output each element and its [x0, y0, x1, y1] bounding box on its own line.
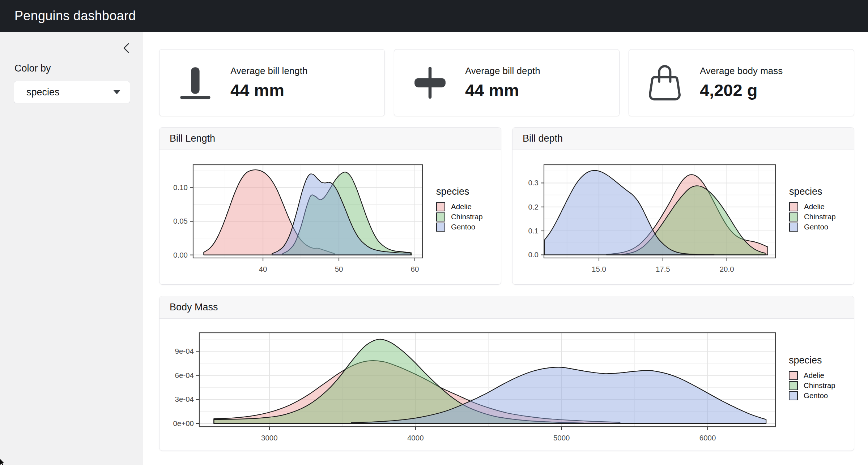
legend-item: Gentoo	[789, 222, 836, 232]
swatch-chinstrap	[789, 212, 798, 221]
mouse-cursor	[0, 458, 5, 465]
legend-item: Chinstrap	[789, 212, 836, 222]
bill-depth-plot: 15.017.520.00.00.10.20.3 species Adelie …	[512, 150, 854, 285]
value-box-value: 44 mm	[465, 80, 540, 100]
swatch-chinstrap	[789, 381, 798, 390]
legend: species Adelie Chinstrap Gentoo	[789, 186, 836, 232]
value-box-body-mass: Average body mass 4,202 g	[629, 49, 854, 116]
value-box-value: 44 mm	[230, 80, 307, 100]
svg-text:0.3: 0.3	[528, 178, 539, 187]
navbar: Penguins dashboard	[0, 0, 868, 32]
legend-item: Gentoo	[436, 222, 483, 232]
legend-title: species	[789, 186, 836, 197]
card-body-mass: Body Mass 30004000500060000e+003e-046e-0…	[159, 296, 854, 451]
svg-text:0.0: 0.0	[528, 250, 539, 259]
value-box-title: Average bill depth	[465, 65, 540, 77]
svg-text:3e-04: 3e-04	[175, 395, 194, 403]
svg-text:6000: 6000	[699, 434, 716, 442]
app-root: Penguins dashboard Color by species Aver…	[0, 0, 868, 465]
legend: species Adelie Chinstrap Gentoo	[789, 355, 835, 401]
legend-item: Adelie	[789, 370, 835, 380]
svg-text:4000: 4000	[407, 434, 424, 442]
card-title: Body Mass	[159, 296, 854, 319]
svg-text:9e-04: 9e-04	[175, 347, 194, 355]
svg-text:0.10: 0.10	[173, 183, 188, 191]
swatch-gentoo	[789, 223, 798, 232]
svg-text:17.5: 17.5	[656, 265, 670, 273]
color-by-select[interactable]: species	[14, 81, 130, 103]
color-by-select-value: species	[26, 87, 60, 98]
caliper-icon	[412, 65, 448, 100]
svg-text:15.0: 15.0	[592, 265, 606, 273]
caret-down-icon	[113, 90, 120, 94]
body-mass-plot: 30004000500060000e+003e-046e-049e-04 spe…	[159, 319, 854, 451]
swatch-adelie	[436, 202, 445, 211]
svg-text:40: 40	[259, 265, 267, 273]
svg-text:0e+00: 0e+00	[173, 419, 194, 427]
sidebar-collapse-button[interactable]	[119, 41, 133, 56]
swatch-adelie	[789, 202, 798, 211]
legend-item: Adelie	[436, 202, 483, 212]
handbag-icon	[647, 65, 682, 100]
legend-title: species	[789, 355, 835, 366]
swatch-adelie	[789, 371, 798, 380]
svg-text:0.05: 0.05	[173, 217, 188, 225]
svg-text:3000: 3000	[261, 434, 278, 442]
legend-item: Chinstrap	[436, 212, 483, 222]
svg-text:50: 50	[335, 265, 343, 273]
value-box-value: 4,202 g	[700, 80, 783, 100]
svg-text:0.1: 0.1	[528, 227, 539, 235]
value-box-bill-length: Average bill length 44 mm	[159, 49, 385, 116]
svg-text:60: 60	[411, 265, 419, 273]
card-title: Bill depth	[512, 128, 854, 150]
svg-text:5000: 5000	[553, 434, 570, 442]
swatch-gentoo	[789, 391, 798, 400]
body-mass-density-chart: 30004000500060000e+003e-046e-049e-04	[159, 319, 855, 451]
legend-item: Chinstrap	[789, 380, 835, 391]
value-box-row: Average bill length 44 mm Average bill d…	[159, 49, 854, 116]
chevron-left-icon	[122, 42, 131, 55]
value-box-title: Average body mass	[700, 65, 783, 77]
legend: species Adelie Chinstrap Gentoo	[436, 186, 483, 232]
color-by-label: Color by	[14, 63, 51, 74]
value-box-bill-depth: Average bill depth 44 mm	[394, 49, 620, 116]
legend-title: species	[436, 186, 483, 197]
legend-item: Adelie	[789, 202, 836, 212]
card-bill-depth: Bill depth 15.017.520.00.00.10.20.3 spec…	[512, 127, 854, 285]
svg-text:0.2: 0.2	[528, 203, 539, 211]
app-title: Penguins dashboard	[14, 8, 136, 23]
ruler-vertical-icon	[178, 65, 213, 100]
value-box-title: Average bill length	[230, 65, 307, 77]
legend-item: Gentoo	[789, 391, 835, 401]
bill-length-plot: 4050600.000.050.10 species Adelie Chinst…	[159, 150, 501, 285]
card-title: Bill Length	[159, 128, 501, 150]
swatch-chinstrap	[436, 212, 445, 221]
svg-text:20.0: 20.0	[720, 265, 734, 273]
swatch-gentoo	[436, 223, 445, 232]
svg-text:6e-04: 6e-04	[175, 371, 194, 379]
card-bill-length: Bill Length 4050600.000.050.10 species A…	[159, 127, 501, 285]
sidebar: Color by species	[0, 32, 143, 465]
svg-text:0.00: 0.00	[173, 251, 188, 259]
